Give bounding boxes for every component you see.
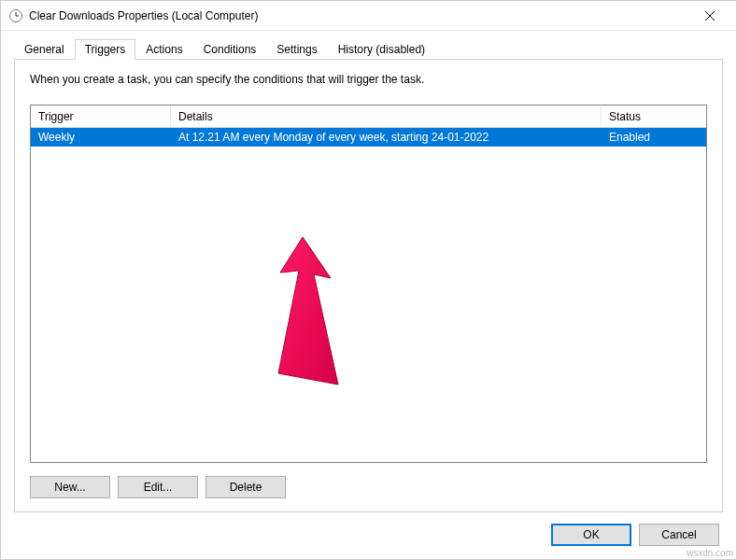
cell-details: At 12.21 AM every Monday of every week, … [171, 129, 602, 146]
triggers-list[interactable]: Trigger Details Status Weekly At 12.21 A… [30, 105, 707, 463]
titlebar: Clear Downloads Properties (Local Comput… [1, 1, 736, 31]
list-rows: Weekly At 12.21 AM every Monday of every… [31, 128, 706, 462]
tab-strip: General Triggers Actions Conditions Sett… [14, 38, 723, 59]
window-title: Clear Downloads Properties (Local Comput… [29, 9, 691, 22]
tab-triggers[interactable]: Triggers [75, 39, 136, 60]
table-row[interactable]: Weekly At 12.21 AM every Monday of every… [31, 128, 706, 147]
column-header-status[interactable]: Status [602, 106, 706, 127]
column-header-trigger[interactable]: Trigger [31, 106, 171, 127]
cancel-button[interactable]: Cancel [639, 524, 719, 546]
clock-icon [8, 8, 23, 23]
tab-conditions[interactable]: Conditions [193, 39, 267, 59]
tab-area: General Triggers Actions Conditions Sett… [1, 31, 736, 512]
dialog-footer: OK Cancel [1, 512, 736, 559]
watermark: wsxdn.com [687, 548, 733, 558]
trigger-action-buttons: New... Edit... Delete [30, 476, 707, 498]
tab-content-triggers: When you create a task, you can specify … [14, 59, 723, 512]
list-header: Trigger Details Status [31, 105, 706, 128]
cell-trigger: Weekly [31, 129, 171, 146]
close-button[interactable] [691, 3, 729, 29]
tab-actions[interactable]: Actions [135, 39, 192, 59]
tab-description: When you create a task, you can specify … [30, 73, 707, 86]
tab-history[interactable]: History (disabled) [328, 39, 435, 59]
delete-button[interactable]: Delete [206, 476, 286, 498]
properties-dialog: Clear Downloads Properties (Local Comput… [0, 0, 737, 560]
tab-general[interactable]: General [14, 39, 75, 59]
new-button[interactable]: New... [30, 476, 110, 498]
column-header-details[interactable]: Details [171, 106, 602, 127]
edit-button[interactable]: Edit... [118, 476, 198, 498]
tab-settings[interactable]: Settings [266, 39, 327, 59]
ok-button[interactable]: OK [551, 524, 631, 546]
close-icon [705, 11, 715, 21]
cell-status: Enabled [602, 129, 706, 146]
